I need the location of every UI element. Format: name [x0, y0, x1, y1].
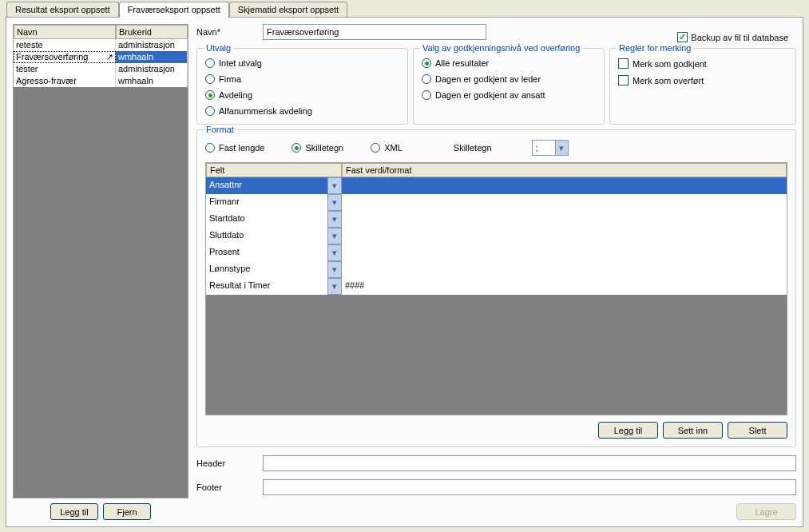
format-type-option[interactable]: Fast lengde [205, 143, 264, 153]
backup-label: Backup av fil til database [691, 33, 788, 42]
skilletegn-label: Skilletegn [454, 143, 492, 153]
left-grid-row[interactable]: Agresso-fraværwmhaaln [14, 75, 188, 87]
utvalg-option[interactable]: Alfanummerisk avdeling [205, 106, 399, 116]
format-felt-cell: Ansattnr [206, 177, 327, 194]
format-grid-row[interactable]: Sluttdato▾ [206, 228, 787, 244]
chevron-down-icon[interactable]: ▾ [327, 244, 342, 261]
chevron-down-icon[interactable]: ▾ [327, 261, 342, 278]
left-grid-row[interactable]: Fraværsoverføring↖wmhaaln [14, 51, 188, 63]
format-add-button[interactable]: Legg til [598, 422, 658, 439]
format-fast-cell[interactable] [342, 244, 787, 261]
regler-option[interactable]: Merk som overført [618, 75, 787, 85]
fieldset-format: Format Fast lengdeSkilletegnXMLSkilleteg… [196, 129, 796, 447]
radio-label: Dagen er godkjent av ansatt [435, 90, 545, 100]
fieldset-regler: Regler for merking Merk som godkjentMerk… [609, 48, 796, 125]
radio-icon [291, 143, 301, 153]
format-grid-row[interactable]: Prosent▾ [206, 244, 787, 261]
radio-icon [205, 74, 215, 84]
save-button[interactable]: Lagre [736, 503, 796, 520]
format-fast-cell[interactable] [342, 211, 787, 228]
skilletegn-select[interactable]: ;▾ [532, 140, 569, 156]
header-input[interactable] [263, 455, 796, 471]
footer-label: Footer [196, 482, 256, 492]
format-fast-cell[interactable] [342, 177, 787, 194]
left-remove-button[interactable]: Fjern [103, 503, 151, 520]
footer-input[interactable] [263, 479, 796, 495]
radio-icon [205, 143, 215, 153]
cursor-arrow-icon: ↖ [106, 52, 113, 62]
checkbox-label: Merk som overført [633, 76, 704, 85]
valg-option[interactable]: Alle resultater [422, 58, 596, 68]
left-grid-row[interactable]: retesteadministrasjon [14, 39, 188, 51]
fieldset-utvalg: Utvalg Intet utvalgFirmaAvdelingAlfanumm… [196, 48, 408, 125]
format-felt-cell: Lønnstype [206, 261, 327, 278]
format-insert-button[interactable]: Sett inn [663, 422, 723, 439]
grid-cell-user: administrasjon [116, 39, 188, 51]
valg-option[interactable]: Dagen er godkjent av leder [422, 74, 596, 84]
fieldset-valg: Valg av godkjenningsnivå ved overføring … [413, 48, 605, 125]
checkbox-icon [618, 75, 629, 85]
col-header-name[interactable]: Navn [14, 25, 116, 39]
format-delete-button[interactable]: Slett [728, 422, 787, 439]
left-add-button[interactable]: Legg til [50, 503, 98, 520]
format-fast-cell[interactable] [342, 261, 787, 278]
radio-label: Alfanummerisk avdeling [219, 106, 312, 116]
chevron-down-icon[interactable]: ▾ [327, 211, 342, 228]
grid-cell-name: Fraværsoverføring↖ [14, 51, 116, 63]
radio-icon [422, 74, 431, 84]
col-header-user[interactable]: Brukerid [116, 25, 188, 39]
utvalg-title: Utvalg [204, 43, 233, 53]
chevron-down-icon: ▾ [555, 141, 568, 155]
regler-title: Regler for merking [617, 43, 693, 53]
radio-icon [422, 90, 431, 100]
grid-cell-name: Agresso-fravær [14, 75, 116, 87]
chevron-down-icon[interactable]: ▾ [327, 194, 342, 211]
format-felt-cell: Firmanr [206, 194, 327, 211]
format-grid-row[interactable]: Lønnstype▾ [206, 261, 787, 278]
format-type-option[interactable]: Skilletegn [291, 143, 343, 153]
radio-label: Firma [219, 74, 241, 84]
left-grid[interactable]: Navn Brukerid retesteadministrasjonFravæ… [13, 24, 188, 498]
radio-label: XML [384, 143, 403, 153]
chevron-down-icon[interactable]: ▾ [327, 177, 342, 194]
utvalg-option[interactable]: Avdeling [205, 90, 399, 100]
format-felt-cell: Sluttdato [206, 228, 327, 244]
backup-checkbox[interactable] [677, 32, 688, 42]
format-grid-row[interactable]: Ansattnr▾ [206, 177, 787, 194]
select-value: ; [536, 143, 538, 153]
utvalg-option[interactable]: Firma [205, 74, 399, 84]
chevron-down-icon[interactable]: ▾ [327, 278, 342, 295]
format-grid-row[interactable]: Firmanr▾ [206, 194, 787, 211]
grid-cell-user: wmhaaln [116, 51, 188, 63]
format-fast-cell[interactable]: #### [342, 278, 787, 295]
format-felt-cell: Prosent [206, 244, 327, 261]
tab-bar: Resultat eksport oppsett Fraværseksport … [0, 0, 809, 17]
format-col-felt[interactable]: Felt [206, 163, 342, 177]
radio-label: Intet utvalg [219, 58, 262, 68]
radio-label: Alle resultater [435, 58, 489, 68]
format-felt-cell: Startdato [206, 211, 327, 228]
tab-schedule-export[interactable]: Skjematid eksport oppsett [229, 2, 348, 17]
chevron-down-icon[interactable]: ▾ [327, 228, 342, 244]
grid-cell-name: reteste [14, 39, 116, 51]
format-grid-row[interactable]: Resultat i Timer▾#### [206, 278, 787, 295]
format-fast-cell[interactable] [342, 194, 787, 211]
left-grid-row[interactable]: testeradministrasjon [14, 63, 188, 75]
tab-result-export[interactable]: Resultat eksport oppsett [6, 2, 119, 17]
checkbox-label: Merk som godkjent [633, 59, 707, 69]
format-title: Format [204, 125, 236, 134]
regler-option[interactable]: Merk som godkjent [618, 58, 787, 69]
format-felt-cell: Resultat i Timer [206, 278, 327, 295]
tab-absence-export[interactable]: Fraværseksport oppsett [119, 2, 229, 18]
header-label: Header [196, 459, 256, 468]
format-grid-row[interactable]: Startdato▾ [206, 211, 787, 228]
format-type-option[interactable]: XML [371, 143, 403, 153]
valg-option[interactable]: Dagen er godkjent av ansatt [422, 90, 596, 100]
grid-cell-user: wmhaaln [116, 75, 188, 87]
format-fast-cell[interactable] [342, 228, 787, 244]
utvalg-option[interactable]: Intet utvalg [205, 58, 399, 68]
radio-label: Avdeling [219, 90, 252, 100]
name-input[interactable] [263, 24, 486, 40]
grid-cell-name: tester [14, 63, 116, 75]
format-col-fast[interactable]: Fast verdi/format [342, 163, 787, 177]
